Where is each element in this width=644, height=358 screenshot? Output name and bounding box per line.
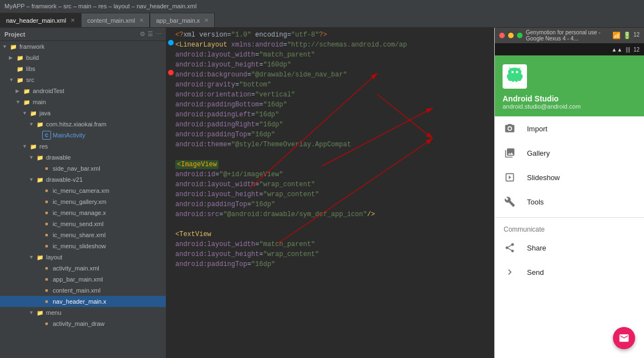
folder-icon: 📁 — [36, 308, 44, 317]
tree-item-main[interactable]: ▼ 📁 main — [0, 96, 166, 108]
folder-icon: 📁 — [29, 142, 38, 151]
slideshow-icon — [504, 171, 516, 183]
tree-item-activity-main[interactable]: ■ activity_main.xml — [0, 263, 166, 274]
drawer-item-share[interactable]: Share — [495, 236, 644, 260]
tree-item-nav-header[interactable]: ■ nav_header_main.x — [0, 296, 166, 307]
tree-item-java[interactable]: ▼ 📁 java — [0, 108, 166, 119]
xml-icon: ■ — [42, 197, 51, 206]
tree-item-ic-manage[interactable]: ■ ic_menu_manage.x — [0, 207, 166, 218]
tab-nav-header-close[interactable]: ✕ — [70, 17, 75, 23]
code-line: android:paddingTop="16dp" — [166, 130, 494, 140]
tree-item-ic-share[interactable]: ■ ic_menu_share.xml — [0, 229, 166, 241]
xml-icon: ■ — [42, 275, 51, 284]
genymotion-controls: 📶 🔋 12 — [612, 32, 640, 39]
drawer-item-send[interactable]: Send — [495, 260, 644, 284]
tree-item-content-main[interactable]: ■ content_main.xml — [0, 285, 166, 296]
tab-app-bar-main[interactable]: app_bar_main.x ✕ — [150, 13, 215, 27]
window-close-dot[interactable] — [499, 33, 505, 38]
drawer-item-tools[interactable]: Tools — [495, 190, 644, 214]
code-line: android:paddingLeft="16dp" — [166, 110, 494, 120]
tree-label: side_nav_bar.xml — [53, 165, 100, 172]
line-code: android:paddingTop="16dp" — [175, 259, 275, 269]
tree-label: main — [33, 99, 46, 105]
tab-content-main-close[interactable]: ✕ — [139, 17, 144, 23]
folder-icon: 📁 — [16, 53, 24, 62]
code-line: android:paddingBottom="16dp" — [166, 100, 494, 110]
tree-label: ic_menu_send.xml — [53, 221, 104, 227]
tree-item-ic-send[interactable]: ■ ic_menu_send.xml — [0, 218, 166, 229]
line-code: android:layout_width="match_parent" — [175, 239, 315, 249]
folder-icon: 📁 — [22, 98, 31, 106]
tree-item-framwork[interactable]: ▼ 📁 framwork — [0, 41, 166, 52]
xml-icon: ■ — [42, 231, 51, 239]
tree-item-mainactivity[interactable]: C MainActivity — [0, 130, 166, 141]
tree-item-drawable[interactable]: ▼ 📁 drawable — [0, 152, 166, 163]
email-icon — [618, 333, 630, 344]
title-bar: MyAPP – framwork – src – main – res – la… — [0, 0, 644, 12]
tree-label: androidTest — [33, 88, 64, 94]
tab-nav-header-label: nav_header_main.xml — [6, 17, 66, 24]
tab-content-main-label: content_main.xml — [87, 17, 135, 24]
tree-item-activity-main-draw[interactable]: ■ activity_main_draw — [0, 318, 166, 329]
clock-display: 12 — [633, 47, 640, 53]
more-icon[interactable]: ⋯ — [155, 30, 161, 38]
tree-item-ic-gallery[interactable]: ■ ic_menu_gallery.xm — [0, 196, 166, 207]
drawer-user-name: Android Studio — [503, 94, 636, 103]
line-code: android:paddingLeft="16dp" — [175, 110, 279, 120]
gear-icon[interactable]: ⚙ — [140, 30, 145, 38]
tree-label: activity_main_draw — [53, 320, 105, 327]
tree-item-build[interactable]: ▶ 📁 build — [0, 52, 166, 63]
line-code: android:background="@drawable/side_nav_b… — [175, 70, 347, 80]
send-icon — [504, 266, 516, 278]
tree-item-drawable-v21[interactable]: ▼ 📁 drawable-v21 — [0, 174, 166, 185]
tree-arrow — [36, 232, 42, 238]
fab-button[interactable] — [613, 327, 635, 349]
tree-item-src[interactable]: ▼ 📁 src — [0, 74, 166, 85]
drawer-item-import[interactable]: Import — [495, 116, 644, 141]
xml-icon: ■ — [42, 319, 51, 328]
xml-icon: ■ — [42, 208, 51, 217]
slideshow-label: Slideshow — [527, 173, 560, 182]
line-code: android:gravity="bottom" — [175, 80, 271, 90]
list-icon[interactable]: ☰ — [148, 30, 153, 38]
drawer-item-gallery[interactable]: Gallery — [495, 141, 644, 165]
drawer-item-slideshow[interactable]: Slideshow — [495, 165, 644, 190]
tab-bar: nav_header_main.xml ✕ content_main.xml ✕… — [0, 12, 644, 28]
tree-label: libs — [26, 65, 36, 72]
line-code: android:src="@android:drawable/sym_def_a… — [175, 209, 375, 219]
tree-item-androidtest[interactable]: ▶ 📁 androidTest — [0, 85, 166, 96]
tree-item-ic-slideshow[interactable]: ■ ic_menu_slideshow — [0, 241, 166, 252]
tree-label: app_bar_main.xml — [53, 276, 103, 283]
genymotion-titlebar: Genymotion for personal use - Google Nex… — [495, 28, 644, 43]
window-maximize-dot[interactable] — [517, 33, 523, 38]
tree-item-res[interactable]: ▼ 📁 res — [0, 141, 166, 152]
tree-arrow: ▼ — [29, 254, 36, 260]
tree-item-menu[interactable]: ▼ 📁 menu — [0, 307, 166, 318]
line-code: <TextView — [175, 229, 211, 239]
tree-arrow: ▼ — [29, 177, 36, 182]
genymotion-title-text: Genymotion for personal use - Google Nex… — [526, 29, 609, 42]
project-panel: Project ⚙ ☰ ⋯ ▼ 📁 framwork ▶ 📁 build 📁 — [0, 28, 166, 358]
tab-nav-header[interactable]: nav_header_main.xml ✕ — [0, 13, 81, 27]
tree-item-package[interactable]: ▼ 📁 com.hitsz.xiaokai.fram — [0, 119, 166, 130]
send-label: Send — [527, 268, 544, 277]
code-line: android:id="@+id/imageView" — [166, 170, 494, 180]
share-label: Share — [527, 244, 546, 252]
code-editor[interactable]: <?xml version="1.0" encoding="utf-8"?> <… — [166, 28, 494, 358]
folder-icon: 📁 — [9, 42, 18, 51]
tab-content-main[interactable]: content_main.xml ✕ — [81, 13, 150, 27]
tab-app-bar-main-close[interactable]: ✕ — [204, 17, 209, 23]
svg-rect-6 — [508, 73, 521, 81]
tree-item-ic-camera[interactable]: ■ ic_menu_camera.xm — [0, 185, 166, 196]
tree-label: nav_header_main.x — [53, 298, 107, 305]
tree-label: ic_menu_gallery.xm — [53, 198, 107, 205]
tree-item-layout[interactable]: ▼ 📁 layout — [0, 252, 166, 263]
window-minimize-dot[interactable] — [508, 33, 514, 38]
tree-item-app-bar-main[interactable]: ■ app_bar_main.xml — [0, 274, 166, 285]
tree-item-libs[interactable]: 📁 libs — [0, 63, 166, 74]
code-line: android:paddingRight="16dp" — [166, 120, 494, 130]
tree-item-side-nav[interactable]: ■ side_nav_bar.xml — [0, 163, 166, 174]
line-gutter-error — [166, 70, 175, 75]
code-line: android:layout_width="match_parent" — [166, 239, 494, 249]
svg-point-11 — [511, 71, 514, 73]
